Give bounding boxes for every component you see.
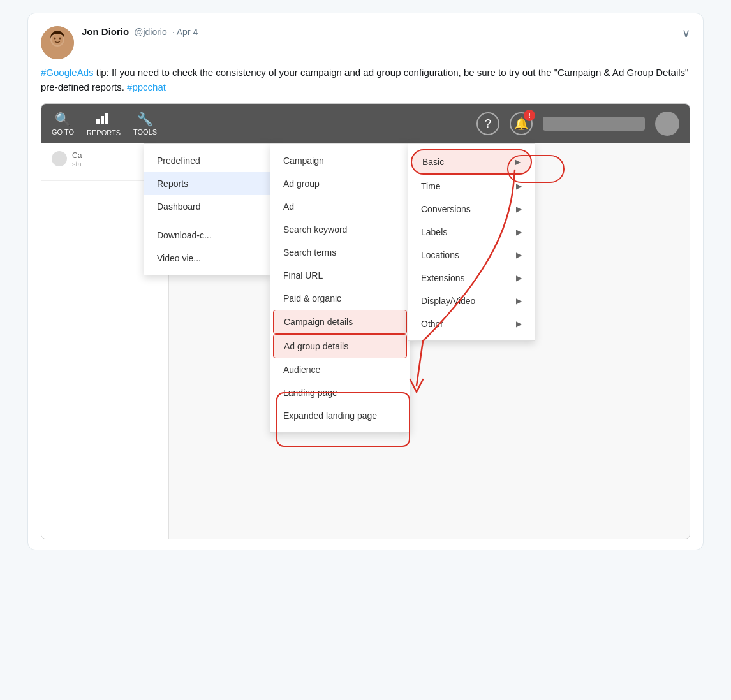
tweet-text: #GoogleAds tip: If you need to check the… [41, 66, 690, 94]
menu3-locations-label: Locations [421, 250, 459, 260]
nav-goto-label: GO TO [52, 128, 74, 136]
screenshot-container: 🔍 GO TO REPORTS 🔧 TOOLS ? [41, 103, 690, 539]
user-name: Jon Diorio [82, 26, 129, 37]
tweet-date: · Apr 4 [172, 27, 198, 37]
menu3-basic-label: Basic [422, 157, 444, 167]
menu1-item-download[interactable]: Download-c... [144, 224, 270, 247]
blurred-name-bar [543, 117, 645, 131]
menu3-item-conversions[interactable]: Conversions ▶ [408, 198, 535, 221]
user-info: Jon Diorio @jdiorio · Apr 4 [82, 26, 682, 37]
chevron-right-icon-extensions: ▶ [516, 273, 522, 282]
chevron-right-icon: ▶ [515, 157, 521, 166]
menu3-item-basic[interactable]: Basic ▶ [411, 149, 532, 175]
tools-icon: 🔧 [137, 112, 153, 127]
menu2-item-campaign-details[interactable]: Campaign details [273, 310, 407, 334]
svg-point-4 [59, 38, 61, 40]
nav-tools-label: TOOLS [133, 128, 157, 136]
menu3-other-label: Other [421, 319, 443, 329]
menu3-item-time[interactable]: Time ▶ [408, 175, 535, 198]
notification-wrapper: 🔔 ! [510, 112, 533, 135]
menu3-item-locations[interactable]: Locations ▶ [408, 244, 535, 266]
menu2-item-audience[interactable]: Audience [270, 358, 410, 381]
chevron-right-icon-other: ▶ [516, 319, 522, 328]
menu3-item-display-video[interactable]: Display/Video ▶ [408, 289, 535, 312]
content-label1: Ca [72, 151, 82, 160]
menu3-conversions-label: Conversions [421, 204, 471, 214]
tweet-card: Jon Diorio @jdiorio · Apr 4 ∨ #GoogleAds… [27, 13, 704, 550]
chevron-right-icon-labels: ▶ [516, 228, 522, 237]
menu-layer2: Campaign Ad group Ad Search keyword Sear… [270, 143, 410, 433]
svg-rect-6 [101, 116, 104, 124]
reports-icon [96, 112, 112, 128]
tweet-header: Jon Diorio @jdiorio · Apr 4 ∨ [41, 26, 690, 59]
help-icon[interactable]: ? [476, 112, 499, 135]
chevron-right-icon-locations: ▶ [516, 251, 522, 259]
menu3-extensions-label: Extensions [421, 273, 464, 283]
menu3-time-label: Time [421, 181, 441, 191]
nav-right: ? 🔔 ! [476, 112, 679, 136]
nav-goto[interactable]: 🔍 GO TO [52, 112, 74, 136]
nav-bar: 🔍 GO TO REPORTS 🔧 TOOLS ? [41, 104, 690, 143]
menu2-item-adgroup-details[interactable]: Ad group details [273, 334, 407, 358]
menu2-item-search-keyword[interactable]: Search keyword [270, 218, 410, 241]
menu2-item-expanded-landing[interactable]: Expanded landing page [270, 404, 410, 427]
menu2-item-search-terms[interactable]: Search terms [270, 241, 410, 264]
nav-divider [175, 111, 175, 136]
dropdown-area: Ca sta Predefined Reports Dashboard Down… [41, 143, 690, 539]
menu2-item-ad[interactable]: Ad [270, 195, 410, 218]
menu3-item-other[interactable]: Other ▶ [408, 312, 535, 335]
menu2-item-campaign[interactable]: Campaign [270, 149, 410, 172]
menu2-item-final-url[interactable]: Final URL [270, 264, 410, 287]
svg-rect-7 [105, 113, 108, 124]
avatar [41, 26, 74, 59]
hashtag-ppcchat[interactable]: #ppcchat [127, 82, 166, 92]
menu2-item-adgroup[interactable]: Ad group [270, 172, 410, 195]
menu1-item-reports[interactable]: Reports [144, 172, 270, 195]
menu3-item-extensions[interactable]: Extensions ▶ [408, 266, 535, 289]
nav-reports[interactable]: REPORTS [87, 112, 121, 136]
menu1-item-dashboard[interactable]: Dashboard [144, 195, 270, 218]
menu-layer3: Basic ▶ Time ▶ Conversions ▶ Labels ▶ Lo… [408, 143, 535, 341]
menu2-item-landing-page[interactable]: Landing page [270, 381, 410, 404]
nav-tools[interactable]: 🔧 TOOLS [133, 112, 157, 136]
hashtag-googleads[interactable]: #GoogleAds [41, 67, 94, 78]
nav-reports-label: REPORTS [87, 129, 121, 136]
svg-point-3 [54, 38, 56, 40]
menu1-divider [144, 221, 270, 221]
menu1-item-predefined[interactable]: Predefined [144, 149, 270, 172]
content-label2: sta [72, 160, 82, 168]
menu3-displayvideo-label: Display/Video [421, 296, 475, 306]
chevron-right-icon-time: ▶ [516, 182, 522, 191]
notification-badge: ! [524, 110, 535, 121]
chevron-down-icon[interactable]: ∨ [682, 26, 690, 40]
user-handle: @jdiorio [134, 27, 167, 37]
svg-rect-5 [96, 119, 100, 124]
chevron-right-icon-display: ▶ [516, 296, 522, 305]
menu2-item-paid-organic[interactable]: Paid & organic [270, 287, 410, 310]
menu3-labels-label: Labels [421, 227, 447, 237]
menu3-item-labels[interactable]: Labels ▶ [408, 221, 535, 244]
menu-layer1: Predefined Reports Dashboard Download-c.… [144, 143, 271, 275]
user-avatar[interactable] [655, 112, 679, 136]
menu1-item-video[interactable]: Video vie... [144, 247, 270, 270]
chevron-right-icon-conversions: ▶ [516, 205, 522, 214]
svg-point-2 [52, 34, 63, 45]
search-icon: 🔍 [55, 112, 71, 127]
